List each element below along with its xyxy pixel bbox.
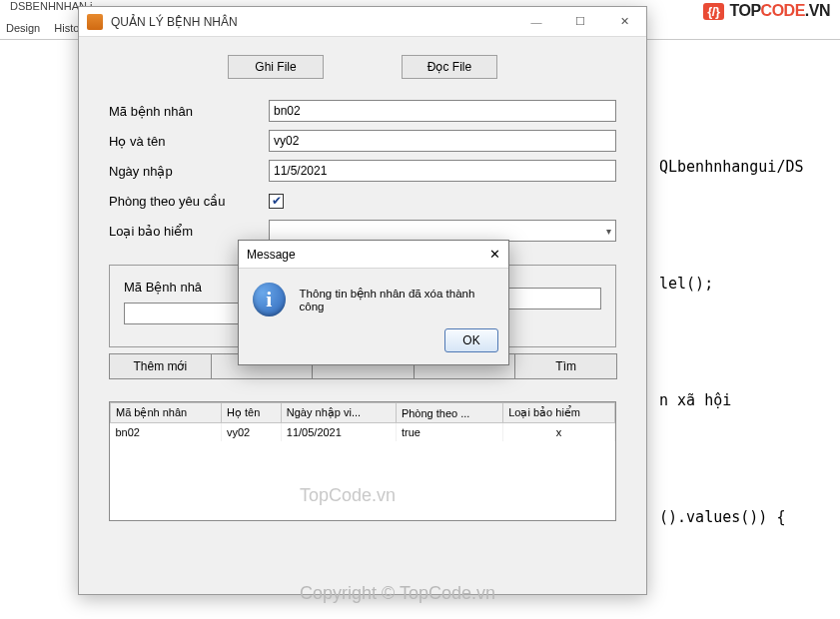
dialog-message: Thông tin bệnh nhân đã xóa thành công: [300, 287, 494, 312]
patients-table[interactable]: Mã bệnh nhân Họ tên Ngày nhập vi... Phòn…: [109, 401, 616, 521]
table-row[interactable]: bn02 vy02 11/05/2021 true x: [111, 423, 615, 442]
combo-loai[interactable]: ▾: [269, 220, 616, 242]
input-ho[interactable]: [269, 130, 616, 152]
ide-menu-design[interactable]: Design: [6, 22, 40, 34]
col-ma[interactable]: Mã bệnh nhân: [111, 403, 222, 423]
info-icon: i: [253, 283, 286, 316]
label-ma: Mã bệnh nhân: [109, 104, 269, 119]
col-ngay[interactable]: Ngày nhập vi...: [281, 403, 396, 423]
label-ho: Họ và tên: [109, 134, 269, 149]
label-phong: Phòng theo yêu cầu: [109, 194, 269, 209]
titlebar: QUẢN LÝ BỆNH NHÂN — ☐ ✕: [79, 7, 646, 37]
input-ngay[interactable]: [269, 160, 616, 182]
dialog-title: Message: [247, 248, 489, 262]
close-button[interactable]: ✕: [602, 7, 646, 37]
topcode-logo: {/} TOPCODE.VN: [703, 2, 830, 20]
doc-file-button[interactable]: Đọc File: [402, 55, 497, 79]
ok-button[interactable]: OK: [444, 328, 498, 352]
minimize-button[interactable]: —: [514, 7, 558, 37]
ghi-file-button[interactable]: Ghi File: [228, 55, 324, 79]
label-ngay: Ngày nhập: [109, 164, 269, 179]
tim-button[interactable]: Tìm: [514, 353, 617, 379]
dialog-close-icon[interactable]: ✕: [489, 247, 500, 262]
ide-code-snippet: QLbenhnhangui/DS lel(); n xã hội ().valu…: [659, 70, 804, 619]
logo-bracket-icon: {/}: [703, 3, 723, 20]
java-icon: [87, 14, 103, 30]
col-loai[interactable]: Loại bảo hiểm: [503, 403, 615, 423]
input-ma[interactable]: [269, 100, 616, 122]
col-ho[interactable]: Họ tên: [222, 403, 282, 423]
message-dialog: Message ✕ i Thông tin bệnh nhân đã xóa t…: [238, 240, 509, 365]
chevron-down-icon: ▾: [606, 226, 611, 237]
dialog-titlebar: Message ✕: [239, 241, 508, 269]
label-loai: Loại bảo hiểm: [109, 224, 269, 239]
them-moi-button[interactable]: Thêm mới: [109, 353, 212, 379]
checkbox-phong[interactable]: ✔: [269, 194, 284, 209]
col-phong[interactable]: Phòng theo ...: [396, 403, 502, 423]
maximize-button[interactable]: ☐: [558, 7, 602, 37]
window-title: QUẢN LÝ BỆNH NHÂN: [111, 15, 514, 29]
